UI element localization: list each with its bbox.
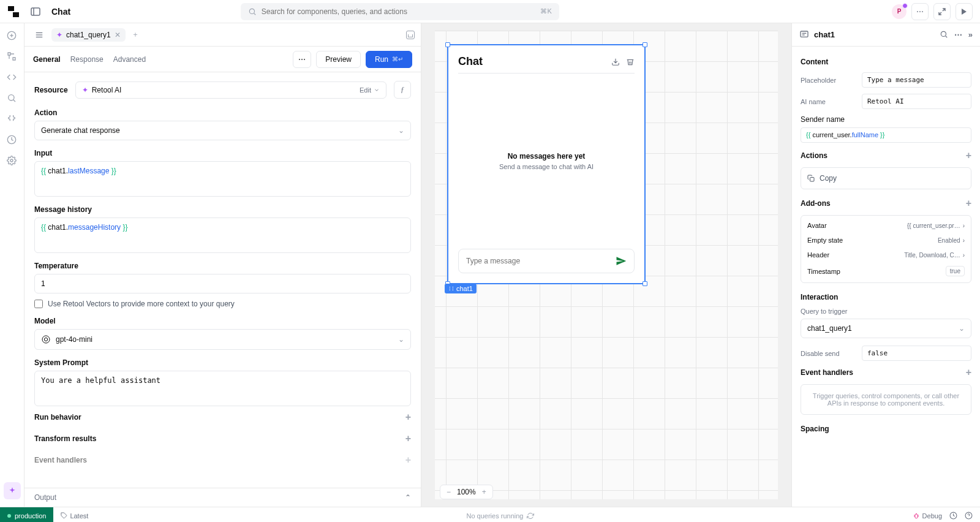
ai-name-input[interactable]: Retool AI xyxy=(862,94,971,109)
svg-line-22 xyxy=(945,36,947,37)
canvas: Chat No messages here yet Send a message… xyxy=(421,23,791,507)
tab-advanced[interactable]: Advanced xyxy=(113,53,146,66)
vectors-checkbox-row[interactable]: Use Retool Vectors to provide more conte… xyxy=(34,300,411,308)
disable-send-input[interactable]: false xyxy=(862,346,971,361)
collapse-panel-icon[interactable] xyxy=(406,31,415,39)
chat-empty-state: No messages here yet Send a message to c… xyxy=(458,73,635,249)
status-dot-icon xyxy=(7,514,11,518)
settings-icon[interactable] xyxy=(7,156,18,167)
inspector-panel: chat1 ⋯ » Content Placeholder Type a mes… xyxy=(791,23,980,507)
run-behavior-section[interactable]: Run behavior+ xyxy=(34,406,411,428)
history-textarea[interactable]: {{ chat1.messageHistory }} xyxy=(34,218,411,253)
history-footer-icon[interactable] xyxy=(949,512,957,520)
sender-name-input[interactable]: {{ current_user.fullName }} xyxy=(801,127,971,143)
action-item[interactable]: Copy xyxy=(801,167,971,189)
input-label: Input xyxy=(34,149,411,157)
plus-icon: + xyxy=(405,433,411,444)
event-handlers-section[interactable]: Event handlers+ xyxy=(34,449,411,471)
tab-general[interactable]: General xyxy=(33,53,61,66)
add-tab-button[interactable]: ＋ xyxy=(129,27,141,42)
panel-toggle-icon[interactable] xyxy=(27,3,44,20)
system-prompt-textarea[interactable]: You are a helpful assistant xyxy=(34,371,411,406)
resize-handle[interactable] xyxy=(445,42,450,47)
query-tab[interactable]: ✦ chat1_query1 ✕ xyxy=(51,28,126,42)
add-icon[interactable] xyxy=(7,31,18,42)
expand-button[interactable] xyxy=(933,3,951,20)
download-icon[interactable] xyxy=(611,58,620,66)
addon-empty-state[interactable]: Empty stateEnabled› xyxy=(807,233,965,248)
placeholder-input[interactable]: Type a message xyxy=(862,72,971,88)
refresh-icon[interactable] xyxy=(527,512,534,520)
play-button[interactable] xyxy=(956,3,973,20)
sparkle-icon: ✦ xyxy=(82,86,88,94)
add-handler-button[interactable]: + xyxy=(966,367,971,378)
svg-rect-25 xyxy=(915,514,918,518)
resource-select[interactable]: ✦ Retool AI Edit xyxy=(75,81,386,99)
more-button[interactable]: ⋯ xyxy=(293,51,311,68)
state-icon[interactable] xyxy=(7,114,18,125)
chat-input[interactable] xyxy=(466,257,616,265)
send-icon[interactable] xyxy=(616,255,627,267)
content-section-title: Content xyxy=(801,58,971,66)
model-select[interactable]: gpt-4o-mini ⌄ xyxy=(34,329,411,350)
retool-logo-icon[interactable] xyxy=(7,6,20,18)
preview-button[interactable]: Preview xyxy=(316,51,361,68)
chat-component[interactable]: Chat No messages here yet Send a message… xyxy=(447,44,646,284)
action-select[interactable]: Generate chat response ⌄ xyxy=(34,121,411,140)
search-rail-icon[interactable] xyxy=(7,93,18,104)
zoom-in-button[interactable]: + xyxy=(482,488,486,496)
temperature-input[interactable] xyxy=(34,274,411,293)
add-addon-button[interactable]: + xyxy=(966,198,971,209)
collapse-right-icon[interactable]: » xyxy=(968,30,973,39)
resize-handle[interactable] xyxy=(643,42,647,47)
action-label: Action xyxy=(34,108,411,117)
component-label[interactable]: ⫶⫶chat1 xyxy=(445,284,477,293)
query-trigger-select[interactable]: chat1_query1⌄ xyxy=(801,319,971,338)
temperature-label: Temperature xyxy=(34,262,411,270)
resource-value: Retool AI xyxy=(92,86,356,94)
sparkle-icon: ✦ xyxy=(56,31,62,39)
addons-section-title: Add-ons+ xyxy=(801,198,971,209)
workflow-icon[interactable] xyxy=(7,51,18,62)
query-trigger-label: Query to trigger xyxy=(801,308,971,315)
svg-point-21 xyxy=(941,31,946,36)
vectors-checkbox[interactable] xyxy=(34,300,43,308)
close-tab-icon[interactable]: ✕ xyxy=(115,31,121,39)
ai-sparkle-icon[interactable] xyxy=(4,482,21,499)
svg-point-4 xyxy=(249,9,254,13)
menu-icon[interactable] xyxy=(31,26,48,44)
run-button[interactable]: Run ⌘↵ xyxy=(366,51,412,68)
openai-icon xyxy=(41,335,51,344)
edit-resource-link[interactable]: Edit xyxy=(360,86,380,94)
addon-header[interactable]: HeaderTitle, Download, C…› xyxy=(807,248,965,262)
resize-handle[interactable] xyxy=(643,281,647,286)
output-bar[interactable]: Output ⌃ xyxy=(24,488,421,507)
topbar: Chat ⌘K P ⋯ xyxy=(0,0,980,23)
inspector-header: chat1 ⋯ » xyxy=(792,23,980,47)
event-handlers-help: Trigger queries, control components, or … xyxy=(801,384,971,415)
trash-icon[interactable] xyxy=(626,58,635,66)
environment-badge[interactable]: production xyxy=(0,507,53,522)
addon-timestamp[interactable]: Timestamptrue xyxy=(807,262,965,280)
search-input[interactable] xyxy=(262,7,536,16)
zoom-out-button[interactable]: − xyxy=(447,488,451,496)
add-action-button[interactable]: + xyxy=(966,150,971,161)
more-icon[interactable]: ⋯ xyxy=(954,30,962,39)
history-icon[interactable] xyxy=(7,135,18,146)
tab-response[interactable]: Response xyxy=(70,53,104,66)
code-icon[interactable] xyxy=(7,72,18,83)
input-textarea[interactable]: {{ chat1.lastMessage }} xyxy=(34,161,411,197)
more-menu-button[interactable]: ⋯ xyxy=(911,3,929,20)
help-icon[interactable] xyxy=(965,512,973,520)
version-tag[interactable]: Latest xyxy=(53,512,96,520)
user-avatar[interactable]: P xyxy=(892,4,907,19)
debug-button[interactable]: Debug xyxy=(913,512,942,520)
addon-avatar[interactable]: Avatar{{ current_user.pr…› xyxy=(807,218,965,233)
global-search[interactable]: ⌘K xyxy=(241,3,559,20)
chevron-down-icon: ⌄ xyxy=(398,335,404,344)
placeholder-label: Placeholder xyxy=(801,77,856,84)
transform-results-section[interactable]: Transform results+ xyxy=(34,428,411,449)
fx-button[interactable]: ƒ xyxy=(394,81,411,99)
search-icon[interactable] xyxy=(940,30,948,39)
empty-title: No messages here yet xyxy=(508,152,586,161)
